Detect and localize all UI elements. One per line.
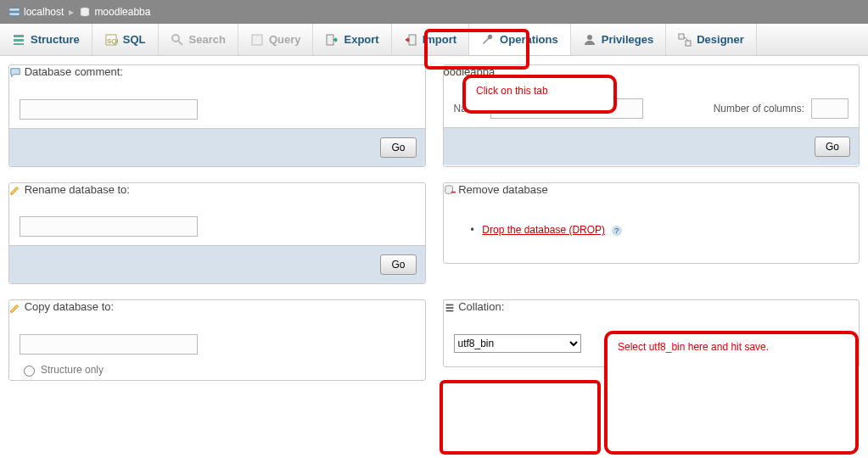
list-icon: [444, 302, 456, 314]
svg-rect-11: [327, 35, 333, 45]
server-icon: [8, 6, 20, 18]
tab-export-label: Export: [344, 33, 378, 46]
import-icon: [404, 33, 417, 47]
svg-rect-3: [14, 35, 24, 37]
annotation-callout-tab-text: Click on this tab: [466, 78, 613, 103]
tab-privileges-label: Privileges: [602, 33, 653, 46]
copy-input[interactable]: [20, 334, 198, 355]
svg-point-13: [587, 35, 592, 40]
svg-rect-15: [686, 41, 691, 46]
sql-icon: SQL: [104, 33, 118, 47]
svg-rect-14: [679, 34, 684, 39]
svg-rect-5: [14, 43, 24, 45]
breadcrumb-host-label: localhost: [24, 6, 64, 18]
create-cols-input[interactable]: [811, 98, 848, 119]
designer-icon: [678, 33, 692, 47]
rename-go-button[interactable]: Go: [380, 254, 416, 275]
panel-rename-db: Rename database to: Go: [8, 182, 426, 285]
svg-rect-12: [409, 35, 416, 45]
tab-search[interactable]: Search: [159, 24, 238, 55]
search-icon: [171, 33, 184, 47]
breadcrumb-db[interactable]: moodleabba: [79, 6, 150, 18]
svg-rect-1: [9, 13, 20, 16]
panel-rename-legend-text: Rename database to:: [25, 183, 130, 196]
annotation-callout-collation-text: Select utf8_bin here and hit save.: [608, 334, 855, 360]
tab-query[interactable]: Query: [238, 24, 314, 55]
svg-text:SQL: SQL: [107, 37, 118, 45]
tab-structure[interactable]: Structure: [0, 24, 92, 55]
panel-copy-legend-text: Copy database to:: [25, 300, 115, 313]
tab-designer[interactable]: Designer: [666, 24, 757, 55]
export-icon: [325, 33, 339, 47]
tab-import-label: Import: [423, 33, 456, 46]
panel-db-comment-legend-text: Database comment:: [25, 65, 123, 78]
breadcrumb: localhost ▸ moodleabba: [0, 0, 868, 24]
tab-operations-label: Operations: [500, 33, 558, 46]
svg-rect-10: [252, 35, 262, 45]
tab-sql-label: SQL: [123, 33, 146, 46]
tabbar: Structure SQL SQL Search Query Export Im…: [0, 24, 868, 56]
svg-line-9: [178, 41, 182, 45]
tab-export[interactable]: Export: [313, 24, 391, 55]
panel-remove-db: Remove database • Drop the database (DRO…: [443, 182, 860, 265]
pencil-icon: [9, 184, 21, 196]
bullet: •: [471, 224, 474, 236]
comment-icon: [9, 67, 21, 79]
privileges-icon: [583, 33, 596, 47]
pencil-icon: [9, 302, 21, 314]
annotation-callout-tab: Click on this tab: [462, 75, 617, 114]
wrench-icon: [481, 33, 495, 47]
rename-input[interactable]: [20, 216, 198, 237]
svg-rect-0: [9, 8, 20, 12]
panel-remove-legend-text: Remove database: [458, 183, 548, 196]
tab-search-label: Search: [189, 33, 226, 46]
query-icon: [250, 33, 264, 47]
copy-opt-structure-only-radio[interactable]: [24, 366, 35, 377]
db-comment-go-button[interactable]: Go: [380, 137, 416, 158]
tab-import[interactable]: Import: [392, 24, 469, 55]
help-icon[interactable]: ?: [612, 226, 622, 236]
tab-operations[interactable]: Operations: [469, 24, 571, 55]
tab-sql[interactable]: SQL SQL: [92, 24, 159, 55]
panel-copy-legend: Copy database to:: [9, 300, 425, 314]
svg-line-16: [684, 36, 688, 41]
collation-select[interactable]: utf8_bin: [454, 334, 581, 353]
svg-rect-18: [451, 192, 455, 193]
tab-structure-label: Structure: [31, 33, 80, 46]
structure-icon: [12, 33, 25, 47]
panel-db-comment: Database comment: Go: [8, 64, 426, 167]
panel-collation-legend: Collation:: [444, 300, 860, 314]
db-comment-input[interactable]: [20, 99, 198, 120]
panel-collation-legend-text: Collation:: [458, 300, 504, 313]
annotation-callout-collation: Select utf8_bin here and hit save.: [604, 331, 859, 381]
panel-remove-legend: Remove database: [444, 183, 860, 197]
panel-copy-db: Copy database to: Structure only: [8, 299, 426, 381]
db-minus-icon: [444, 184, 456, 196]
tab-privileges[interactable]: Privileges: [571, 24, 666, 55]
panel-rename-legend: Rename database to:: [9, 183, 425, 197]
panel-db-comment-legend: Database comment:: [9, 65, 425, 79]
tab-designer-label: Designer: [697, 33, 744, 46]
database-icon: [79, 6, 91, 18]
create-cols-label: Number of columns:: [714, 103, 804, 114]
breadcrumb-sep: ▸: [69, 6, 74, 18]
drop-database-link[interactable]: Drop the database (DROP): [482, 224, 605, 236]
create-go-button[interactable]: Go: [815, 137, 850, 157]
copy-opt-structure-only-label: Structure only: [41, 364, 104, 376]
tab-query-label: Query: [269, 33, 301, 46]
svg-rect-4: [14, 39, 24, 42]
breadcrumb-db-label: moodleabba: [94, 6, 150, 18]
breadcrumb-host[interactable]: localhost: [8, 6, 64, 18]
svg-point-8: [172, 35, 179, 42]
